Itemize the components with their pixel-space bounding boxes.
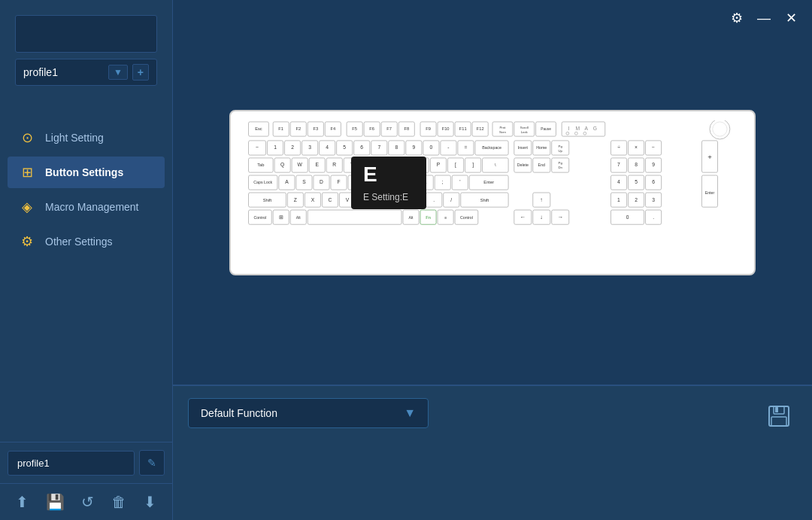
svg-text:6: 6: [652, 179, 655, 184]
export-button[interactable]: ⬇: [144, 493, 156, 511]
svg-text:W: W: [298, 162, 303, 167]
svg-text:7: 7: [377, 144, 380, 150]
svg-text:5: 5: [635, 179, 638, 184]
svg-text:F8: F8: [404, 126, 409, 131]
settings-button[interactable]: ⚙: [728, 9, 746, 27]
svg-text:Enter: Enter: [705, 190, 715, 194]
svg-text:.: .: [433, 196, 435, 202]
svg-text:5: 5: [343, 144, 346, 150]
key-tooltip: E E Setting:E: [351, 157, 426, 209]
svg-text:Esc: Esc: [255, 126, 262, 131]
svg-text:Z: Z: [294, 196, 297, 202]
svg-rect-234: [769, 406, 789, 426]
dropdown-chevron-icon: ▼: [404, 406, 416, 420]
svg-text:Alt: Alt: [408, 214, 414, 219]
svg-text:Fn: Fn: [426, 214, 431, 219]
keyboard-svg: Esc F1 F2 F3 F4 F5 F6 F7 F8: [240, 120, 745, 265]
svg-text:Caps Lock: Caps Lock: [253, 180, 272, 184]
sidebar-nav: ⊙ Light Setting ⊞ Button Settings ◈ Macr…: [0, 122, 172, 282]
svg-text:F7: F7: [386, 126, 392, 131]
svg-text:G: G: [593, 126, 597, 131]
delete-button[interactable]: 🗑: [111, 493, 126, 511]
svg-text:1: 1: [274, 144, 277, 150]
svg-text:V: V: [346, 196, 350, 202]
svg-text:~: ~: [256, 144, 259, 150]
other-settings-icon: ⚙: [18, 233, 36, 250]
svg-text:A: A: [585, 126, 589, 131]
svg-text:F9: F9: [426, 126, 431, 131]
svg-text:0: 0: [430, 144, 433, 150]
profile-add-button[interactable]: +: [132, 64, 149, 81]
svg-text:0: 0: [626, 214, 629, 219]
svg-text:F10: F10: [442, 126, 450, 131]
function-dropdown-area: Default Function ▼: [188, 398, 746, 428]
profile-bar: profile1 ▼ +: [15, 59, 157, 86]
svg-text:9: 9: [652, 162, 655, 167]
svg-text:Prnt: Prnt: [499, 125, 506, 129]
sidebar-item-label: Other Settings: [45, 236, 113, 248]
sidebar-item-macro-management[interactable]: ◈ Macro Management: [8, 191, 165, 223]
svg-text:↑: ↑: [540, 196, 543, 202]
keyboard-container: E E Setting:E Esc F1 F2 F3 F4 F5: [229, 110, 756, 275]
svg-text:=: =: [465, 144, 468, 150]
svg-text:Enter: Enter: [483, 180, 494, 184]
svg-text:Pg: Pg: [559, 160, 563, 164]
svg-text:Up: Up: [558, 149, 562, 153]
import-button[interactable]: ⬆: [16, 493, 29, 511]
svg-text:[: [: [455, 162, 456, 168]
svg-text:F1: F1: [278, 126, 283, 131]
svg-text:↓: ↓: [540, 213, 543, 220]
svg-text:I: I: [568, 126, 570, 131]
svg-text:S: S: [302, 179, 306, 184]
svg-text:9: 9: [412, 144, 415, 150]
svg-text:/: /: [450, 196, 452, 202]
svg-text:+: +: [707, 152, 712, 160]
svg-text:]: ]: [472, 162, 474, 168]
sidebar-flex-spacer: [0, 282, 172, 442]
svg-text:2: 2: [291, 144, 294, 150]
sidebar-item-label: Macro Management: [45, 201, 139, 213]
save-button[interactable]: [761, 398, 797, 439]
minimize-button[interactable]: —: [755, 9, 773, 27]
svg-text:D: D: [320, 179, 323, 184]
tooltip-letter: E: [363, 163, 414, 187]
bottom-toolbar: ⬆ 💾 ↺ 🗑 ⬇: [0, 483, 172, 520]
profile-dropdown-button[interactable]: ▼: [108, 65, 128, 80]
function-dropdown-label: Default Function: [201, 407, 396, 419]
svg-text:F4: F4: [330, 126, 336, 131]
svg-text:Scrn: Scrn: [499, 130, 506, 134]
svg-text:F12: F12: [477, 126, 484, 131]
profile-edit-button[interactable]: ✎: [139, 450, 165, 476]
svg-text:Shift: Shift: [480, 197, 489, 202]
svg-text:→: →: [557, 213, 563, 220]
sidebar-item-light-setting[interactable]: ⊙ Light Setting: [8, 122, 165, 154]
profile-name-label: profile1: [23, 66, 104, 78]
svg-text:.: .: [653, 214, 654, 219]
save-profile-button[interactable]: 💾: [46, 493, 65, 511]
svg-text:Scroll: Scroll: [520, 125, 529, 129]
svg-text:F11: F11: [459, 126, 467, 131]
profile-edit-bar: profile1 ✎: [8, 450, 165, 476]
function-dropdown[interactable]: Default Function ▼: [188, 398, 429, 428]
svg-text:2: 2: [635, 196, 638, 202]
svg-text:F3: F3: [313, 126, 318, 131]
svg-text:-: -: [447, 144, 449, 150]
svg-text:Alt: Alt: [296, 214, 301, 219]
svg-rect-237: [775, 407, 778, 412]
svg-text:Pause: Pause: [541, 127, 551, 131]
svg-text:8: 8: [395, 144, 398, 150]
sidebar-item-other-settings[interactable]: ⚙ Other Settings: [8, 226, 165, 257]
close-button[interactable]: ✕: [782, 9, 800, 27]
sidebar-item-button-settings[interactable]: ⊞ Button Settings: [8, 157, 165, 188]
svg-text:⊞: ⊞: [279, 214, 283, 219]
svg-text:Dn: Dn: [558, 166, 562, 169]
svg-text:A: A: [285, 179, 289, 184]
svg-text:R: R: [332, 162, 336, 167]
title-bar: ⚙ — ✕: [716, 0, 812, 36]
svg-text:M: M: [575, 126, 580, 131]
svg-text:C: C: [329, 196, 332, 202]
reset-button[interactable]: ↺: [81, 493, 94, 511]
svg-text:Lock: Lock: [521, 130, 529, 134]
svg-text:Control: Control: [460, 214, 473, 219]
svg-text:Pg: Pg: [559, 144, 563, 147]
